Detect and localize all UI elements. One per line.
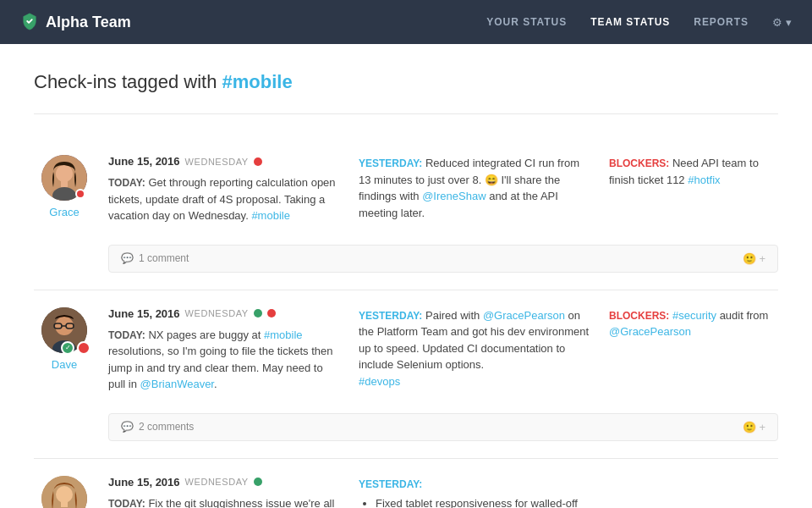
checkin-card-grace: Grace June 15, 2016 WEDNESDAY TODAY: Get… (34, 138, 778, 290)
dave-comments[interactable]: 💬 2 comments (121, 421, 194, 433)
carol-blockers-col (609, 476, 778, 509)
smiley-icon: 🙂 (743, 252, 756, 265)
avatar-col-grace: Grace (34, 155, 95, 273)
avatar-wrapper-dave: ✓ (41, 307, 87, 353)
checkin-card-dave: ✓ Dave June 15, 2016 WEDNESDAY TODAY: (34, 290, 778, 459)
dave-today-text: TODAY: NX pages are buggy at #mobile res… (108, 327, 342, 393)
gear-dropdown-arrow: ▾ (786, 16, 792, 29)
carol-today-col: June 15, 2016 WEDNESDAY TODAY: Fix the g… (108, 476, 342, 509)
gear-icon: ⚙ (772, 16, 782, 29)
grace-card-main: June 15, 2016 WEDNESDAY TODAY: Get throu… (108, 155, 778, 224)
carol-card-main: June 15, 2016 WEDNESDAY TODAY: Fix the g… (108, 476, 778, 509)
main-nav: YOUR STATUS TEAM STATUS REPORTS ⚙ ▾ (486, 16, 792, 29)
dave-badge-green: ✓ (61, 341, 74, 355)
nav-your-status[interactable]: YOUR STATUS (486, 16, 567, 28)
dave-yesterday-text: YESTERDAY: Paired with @GracePearson on … (359, 307, 592, 390)
shield-icon (20, 12, 39, 33)
username-dave[interactable]: Dave (52, 358, 77, 371)
grace-yesterday-col: YESTERDAY: Reduced integrated CI run fro… (359, 155, 592, 224)
logo[interactable]: Alpha Team (20, 12, 131, 33)
avatar-wrapper-carol: ✓ (41, 476, 87, 509)
carol-avatar-svg (41, 476, 87, 509)
carol-yesterday-col: YESTERDAY: Fixed tablet responsiveness f… (359, 476, 592, 509)
dave-badge-red (77, 341, 91, 355)
avatar-col-dave: ✓ Dave (34, 307, 95, 441)
username-grace[interactable]: Grace (49, 206, 79, 218)
grace-card-footer: 💬 1 comment 🙂 + (108, 245, 778, 273)
carol-date: June 15, 2016 WEDNESDAY (108, 476, 342, 489)
dave-date: June 15, 2016 WEDNESDAY (108, 307, 342, 320)
grace-emoji-reaction[interactable]: 🙂 + (743, 252, 765, 265)
dave-blockers-text: BLOCKERS: #security audit from @GracePea… (609, 307, 778, 340)
svg-rect-4 (61, 180, 68, 187)
carol-yesterday-text: YESTERDAY: Fixed tablet responsiveness f… (359, 476, 592, 509)
svg-rect-13 (61, 501, 68, 507)
dave-today-col: June 15, 2016 WEDNESDAY TODAY: NX pages … (108, 307, 342, 393)
grace-card-content: June 15, 2016 WEDNESDAY TODAY: Get throu… (108, 155, 778, 273)
svg-point-12 (56, 486, 73, 503)
svg-point-2 (56, 165, 73, 182)
list-item: Fixed tablet responsiveness for walled-o… (376, 495, 592, 508)
dave-badges: ✓ (61, 341, 91, 355)
status-dot-grace (75, 189, 85, 199)
grace-blockers-col: BLOCKERS: Need API team to finish ticket… (609, 155, 778, 224)
settings-button[interactable]: ⚙ ▾ (772, 16, 792, 29)
comment-icon: 💬 (121, 421, 134, 433)
dave-emoji-reaction[interactable]: 🙂 + (743, 421, 765, 433)
carol-yesterday-list: Fixed tablet responsiveness for walled-o… (359, 495, 592, 508)
app-title: Alpha Team (46, 14, 131, 31)
avatar-carol (41, 476, 87, 509)
app-header: Alpha Team YOUR STATUS TEAM STATUS REPOR… (0, 0, 812, 44)
grace-today-col: June 15, 2016 WEDNESDAY TODAY: Get throu… (108, 155, 342, 224)
checkin-card-carol: ✓ Carol June 15, 2016 WEDNESDAY TODAY: F… (34, 459, 778, 509)
dave-red-dot (267, 309, 276, 318)
grace-today-text: TODAY: Get through reporting calculation… (108, 174, 342, 224)
comment-icon: 💬 (121, 252, 134, 264)
nav-team-status[interactable]: TEAM STATUS (590, 16, 670, 28)
dave-card-content: June 15, 2016 WEDNESDAY TODAY: NX pages … (108, 307, 778, 441)
smiley-icon: 🙂 (743, 421, 756, 433)
page-title: Check-ins tagged with #mobile (34, 71, 778, 114)
grace-yesterday-text: YESTERDAY: Reduced integrated CI run fro… (359, 155, 592, 221)
grace-blockers-text: BLOCKERS: Need API team to finish ticket… (609, 155, 778, 188)
avatar-wrapper-grace (41, 155, 87, 201)
grace-date: June 15, 2016 WEDNESDAY (108, 155, 342, 168)
carol-today-text: TODAY: Fix the git sluggishness issue we… (108, 495, 342, 509)
grace-comments[interactable]: 💬 1 comment (121, 252, 189, 264)
nav-reports[interactable]: REPORTS (694, 16, 749, 28)
main-content: Check-ins tagged with #mobile (0, 44, 812, 508)
carol-card-content: June 15, 2016 WEDNESDAY TODAY: Fix the g… (108, 476, 778, 509)
dave-yesterday-col: YESTERDAY: Paired with @GracePearson on … (359, 307, 592, 393)
dave-card-footer: 💬 2 comments 🙂 + (108, 413, 778, 441)
dave-card-main: June 15, 2016 WEDNESDAY TODAY: NX pages … (108, 307, 778, 393)
avatar-col-carol: ✓ Carol (34, 476, 95, 509)
dave-green-dot (254, 309, 262, 318)
carol-status-dot (254, 478, 262, 486)
grace-status-dot (254, 157, 262, 166)
dave-blockers-col: BLOCKERS: #security audit from @GracePea… (609, 307, 778, 393)
